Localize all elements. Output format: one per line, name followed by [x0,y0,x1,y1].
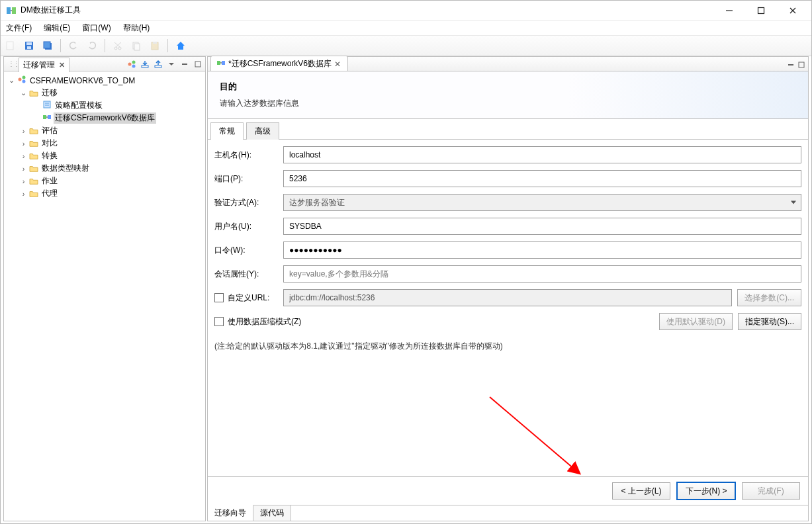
finish-button[interactable]: 完成(F) [742,482,800,500]
svg-point-20 [128,62,132,66]
tree-root[interactable]: ⌄ CSFRAMEWORKV6_TO_DM [5,74,204,87]
custom-url-checkbox[interactable] [214,293,224,302]
tree-label: 对比 [40,138,59,149]
port-input[interactable] [283,170,801,187]
panel-menu-icon[interactable] [165,58,177,70]
tree-folder-migrate[interactable]: ⌄ 迁移 [5,87,204,99]
caret-right-icon[interactable]: › [20,140,27,148]
migrate-task-icon [216,58,226,69]
subtab-general[interactable]: 常规 [210,122,244,140]
folder-icon [29,127,38,135]
minimize-button[interactable] [716,1,743,20]
specify-driver-button[interactable]: 指定驱动(S)... [738,313,801,330]
password-label: 口令(W): [214,245,283,256]
compress-checkbox-label[interactable]: 使用数据压缩模式(Z) [214,316,301,328]
copy-icon[interactable] [129,38,144,53]
compress-checkbox[interactable] [214,317,224,326]
tree-label: 迁移CSFrameworkV6数据库 [54,112,156,124]
caret-right-icon[interactable]: › [20,127,27,135]
caret-down-icon[interactable]: ⌄ [20,89,27,97]
export-icon[interactable] [152,58,164,70]
svg-rect-36 [222,61,225,65]
password-input[interactable] [283,241,801,259]
menu-bar: 文件(F) 编辑(E) 窗口(W) 帮助(H) [1,21,811,35]
minimize-editor-icon[interactable] [787,61,795,71]
maximize-panel-icon[interactable] [192,58,204,70]
tree-item-migrate-task[interactable]: 迁移CSFrameworkV6数据库 [5,112,204,124]
user-input[interactable] [283,218,801,235]
close-icon[interactable]: ✕ [334,60,341,69]
next-button[interactable]: 下一步(N) > [677,482,735,500]
close-icon[interactable]: ✕ [59,61,65,69]
auth-label: 验证方式(A): [214,197,283,208]
tree-folder-job[interactable]: › 作业 [5,175,204,187]
minimize-panel-icon[interactable] [179,58,191,70]
menu-file[interactable]: 文件(F) [3,21,34,35]
session-input[interactable] [283,265,801,283]
folder-icon [29,190,38,198]
migration-manager-tab[interactable]: 迁移管理 ✕ [19,58,69,72]
custom-url-checkbox-label[interactable]: 自定义URL: [214,292,283,304]
tree-folder-agent[interactable]: › 代理 [5,187,204,200]
host-input[interactable] [283,146,801,163]
maximize-button[interactable] [748,1,774,20]
subtab-advanced[interactable]: 高级 [246,122,279,140]
paste-icon[interactable] [148,38,162,53]
folder-open-icon [29,89,38,97]
prev-button[interactable]: < 上一步(L) [612,482,670,500]
caret-right-icon[interactable]: › [20,152,27,160]
panel-action-icon[interactable] [126,58,138,70]
driver-note: (注:给定的默认驱动版本为8.1,建议通过"指定驱动"修改为所连接数据库自带的驱… [214,341,801,352]
menu-edit[interactable]: 编辑(E) [41,21,73,35]
tree-item-policy[interactable]: 策略配置模板 [5,99,204,112]
tree-folder-compare[interactable]: › 对比 [5,137,204,150]
window-title: DM数据迁移工具 [21,5,716,16]
svg-point-29 [23,80,26,83]
user-label: 用户名(U): [214,221,283,232]
folder-icon [29,152,38,160]
menu-window[interactable]: 窗口(W) [79,21,113,35]
left-panel-tabbar: ⋮⋮ 迁移管理 ✕ [4,57,205,71]
import-icon[interactable] [139,58,151,70]
caret-right-icon[interactable]: › [20,177,27,185]
tree-folder-convert[interactable]: › 转换 [5,150,204,162]
caret-down-icon[interactable]: ⌄ [8,76,15,85]
svg-rect-25 [182,64,187,65]
save-all-icon[interactable] [40,38,55,53]
form-subtabs: 常规 高级 [208,119,808,140]
undo-icon[interactable] [66,38,81,53]
svg-rect-35 [217,61,220,65]
auth-select[interactable] [283,194,801,211]
tree-label: 评估 [40,125,59,136]
cut-icon[interactable] [111,38,125,53]
bottom-tab-wizard[interactable]: 迁移向导 [208,505,253,521]
redo-icon[interactable] [85,38,99,53]
caret-right-icon[interactable]: › [20,165,27,173]
wizard-title: 目的 [220,81,796,93]
tree-label: 数据类型映射 [40,163,91,174]
tree-label: 迁移 [40,87,59,99]
new-icon[interactable] [3,38,18,53]
home-icon[interactable] [173,38,188,53]
default-driver-button[interactable]: 使用默认驱动(D) [659,313,733,330]
menu-help[interactable]: 帮助(H) [120,21,153,35]
svg-rect-0 [7,7,11,14]
title-bar: DM数据迁移工具 [1,1,811,21]
editor-tab[interactable]: *迁移CSFrameworkV6数据库 ✕ [210,56,348,71]
svg-rect-38 [799,62,804,67]
wizard-subtitle: 请输入达梦数据库信息 [220,98,796,109]
save-icon[interactable] [22,38,36,53]
maximize-editor-icon[interactable] [797,61,805,71]
bottom-tab-source[interactable]: 源代码 [253,505,291,521]
tree-folder-evaluate[interactable]: › 评估 [5,124,204,137]
svg-line-14 [114,42,120,47]
panel-drag-handle-icon[interactable]: ⋮⋮ [8,60,19,67]
tree-folder-typemap[interactable]: › 数据类型映射 [5,162,204,175]
wizard-footer: < 上一步(L) 下一步(N) > 完成(F) [208,476,808,505]
svg-rect-19 [153,42,157,44]
select-params-button[interactable]: 选择参数(C)... [737,289,801,306]
close-button[interactable] [780,1,806,20]
caret-right-icon[interactable]: › [20,190,27,198]
svg-rect-8 [26,42,32,45]
wizard-header: 目的 请输入达梦数据库信息 [208,71,808,119]
